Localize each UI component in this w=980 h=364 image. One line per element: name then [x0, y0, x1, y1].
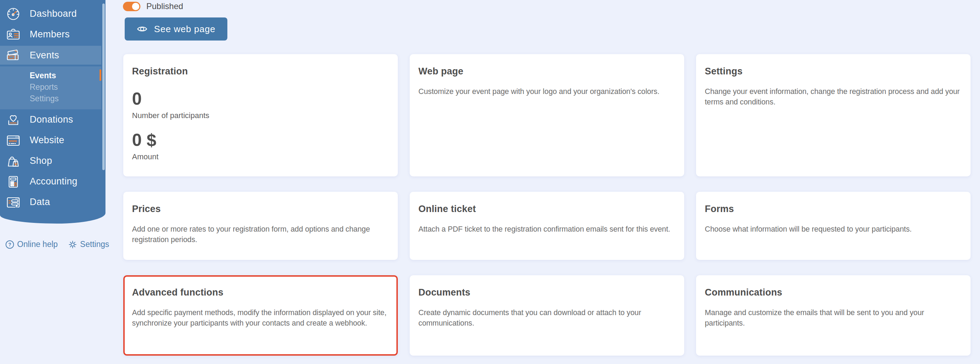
footer-link-label: Settings — [80, 240, 109, 249]
svg-text:?: ? — [8, 242, 11, 247]
sidebar-item-label: Events — [30, 50, 59, 61]
stat-value: 0 — [132, 90, 387, 108]
sidebar-item-donations[interactable]: Donations — [0, 109, 105, 130]
footer-link-online-help[interactable]: ?Online help — [5, 240, 57, 249]
see-web-page-label: See web page — [154, 24, 215, 35]
sidebar-item-accounting[interactable]: Accounting — [0, 171, 105, 192]
card-communications[interactable]: CommunicationsManage and customize the e… — [696, 275, 970, 356]
card-title: Registration — [132, 66, 387, 77]
gear-icon — [68, 240, 77, 249]
sidebar-item-label: Accounting — [30, 176, 78, 187]
sidebar-item-dashboard[interactable]: Dashboard — [0, 3, 105, 24]
sidebar-item-label: Data — [30, 197, 50, 208]
app-window: DashboardMembersEventsEventsReportsSetti… — [0, 0, 980, 364]
sidebar-item-label: Members — [30, 29, 70, 40]
card-forms[interactable]: FormsChoose what information will be req… — [696, 192, 970, 260]
tickets-icon — [5, 47, 21, 63]
sidebar-submenu: EventsReportsSettings — [0, 67, 101, 109]
publish-control: Published — [123, 2, 183, 11]
card-description: Customize your event page with your logo… — [418, 86, 674, 97]
card-settings[interactable]: SettingsChange your event information, c… — [696, 54, 970, 176]
data-window-icon — [5, 194, 21, 210]
sidebar-item-members[interactable]: Members — [0, 24, 105, 45]
sidebar-item-label: Donations — [30, 114, 73, 125]
card-description: Change your event information, change th… — [705, 86, 960, 107]
card-registration[interactable]: Registration0Number of participants0 $Am… — [123, 54, 398, 176]
card-title: Prices — [132, 203, 387, 215]
published-toggle[interactable] — [123, 2, 140, 11]
see-web-page-button[interactable]: See web page — [125, 17, 228, 41]
sidebar-nav: DashboardMembersEventsEventsReportsSetti… — [0, 0, 105, 212]
sidebar-item-website[interactable]: wwwWebsite — [0, 130, 105, 151]
card-documents[interactable]: DocumentsCreate dynamic documents that y… — [410, 275, 684, 356]
card-title: Advanced functions — [132, 287, 387, 298]
card-description: Create dynamic documents that you can do… — [418, 307, 674, 328]
card-title: Online ticket — [418, 203, 674, 215]
card-prices[interactable]: PricesAdd one or more rates to your regi… — [123, 192, 398, 260]
footer-link-label: Online help — [17, 240, 57, 249]
shopping-bag-icon — [5, 153, 21, 169]
stat-value: 0 $ — [132, 131, 387, 149]
footer-link-settings[interactable]: Settings — [68, 240, 109, 249]
cards-grid: Registration0Number of participants0 $Am… — [123, 54, 970, 356]
sidebar-item-data[interactable]: Data — [0, 192, 105, 212]
card-description: Attach a PDF ticket to the registration … — [418, 224, 674, 234]
id-card-icon — [5, 27, 21, 43]
sidebar: DashboardMembersEventsEventsReportsSetti… — [0, 0, 105, 224]
sidebar-item-shop[interactable]: Shop — [0, 151, 105, 171]
card-advanced-functions[interactable]: Advanced functionsAdd specific payment m… — [123, 275, 398, 356]
sidebar-item-label: Shop — [30, 156, 52, 166]
card-description: Manage and customize the emails that wil… — [705, 307, 960, 328]
card-description: Choose what information will be requeste… — [705, 224, 960, 234]
card-title: Documents — [418, 287, 674, 298]
stat-label: Amount — [132, 152, 387, 161]
card-description: Add specific payment methods, modify the… — [132, 307, 387, 328]
card-online-ticket[interactable]: Online ticketAttach a PDF ticket to the … — [410, 192, 684, 260]
gauge-icon — [5, 6, 21, 22]
sidebar-item-label: Website — [30, 135, 64, 146]
card-description: Add one or more rates to your registrati… — [132, 224, 387, 245]
sidebar-scrollbar[interactable] — [102, 3, 105, 170]
question-circle-icon: ? — [5, 240, 14, 249]
sidebar-subitem-reports[interactable]: Reports — [0, 81, 101, 93]
sidebar-item-events[interactable]: Events — [0, 46, 101, 65]
svg-text:www: www — [8, 139, 17, 143]
browser-www-icon: www — [5, 132, 21, 148]
eye-icon — [137, 24, 148, 35]
card-web-page[interactable]: Web pageCustomize your event page with y… — [410, 54, 684, 176]
heart-donation-icon — [5, 112, 21, 128]
stat-label: Number of participants — [132, 111, 387, 120]
published-label: Published — [146, 2, 183, 11]
sidebar-subitem-settings[interactable]: Settings — [0, 93, 101, 105]
calculator-icon — [5, 173, 21, 190]
sidebar-subitem-events[interactable]: Events — [0, 70, 101, 81]
card-title: Web page — [418, 66, 674, 77]
card-title: Forms — [705, 203, 960, 215]
card-title: Communications — [705, 287, 960, 298]
sidebar-footer: ?Online helpSettings — [5, 240, 109, 249]
sidebar-item-label: Dashboard — [30, 8, 77, 19]
toggle-knob — [132, 3, 139, 10]
active-indicator — [100, 70, 101, 81]
card-title: Settings — [705, 66, 960, 77]
